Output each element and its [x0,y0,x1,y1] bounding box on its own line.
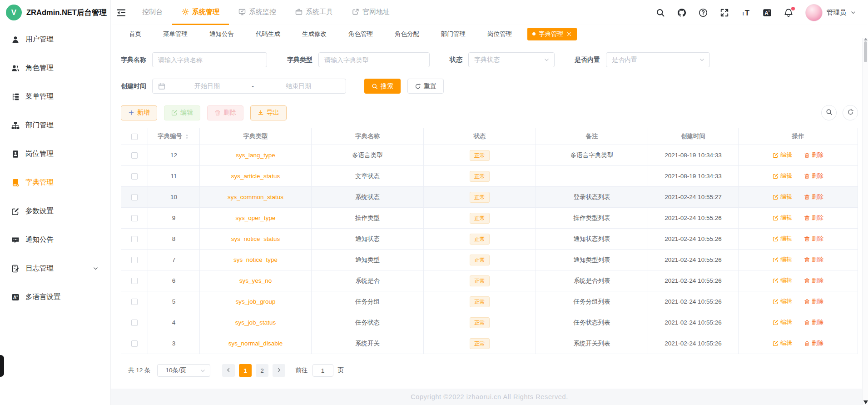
row-delete-button[interactable]: 删除 [804,255,823,264]
row-edit-button[interactable]: 编辑 [773,214,792,222]
prev-page-button[interactable] [222,364,235,377]
close-icon[interactable] [566,31,572,37]
font-size-icon[interactable]: TT [741,8,750,17]
vertical-scrollbar[interactable] [862,38,868,405]
search-button[interactable]: 搜索 [364,79,401,94]
page-number-button[interactable]: 2 [256,364,268,377]
sidebar-item[interactable]: 日志管理 [0,254,110,283]
builtin-select[interactable]: 是否内置 [606,52,710,67]
help-icon[interactable] [699,8,708,17]
row-delete-button[interactable]: 删除 [804,276,823,285]
row-edit-button[interactable]: 编辑 [773,276,792,285]
row-delete-button[interactable]: 删除 [804,339,823,347]
row-edit-button[interactable]: 编辑 [773,235,792,243]
dict-type-input[interactable] [318,52,430,67]
tab[interactable]: 代码生成 [245,28,291,40]
row-checkbox[interactable] [131,236,138,242]
tab[interactable]: 角色管理 [337,28,384,40]
row-edit-button[interactable]: 编辑 [773,172,792,180]
row-delete-button[interactable]: 删除 [804,297,823,305]
topnav-item[interactable]: 系统工具 [286,0,342,25]
row-edit-button[interactable]: 编辑 [773,193,792,201]
fullscreen-icon[interactable] [720,8,729,17]
sort-icon[interactable] [184,134,190,140]
row-edit-button[interactable]: 编辑 [773,151,792,159]
tab[interactable]: 部门管理 [430,28,476,40]
edit-button[interactable]: 编辑 [164,105,200,120]
dict-type-link[interactable]: sys_job_group [236,298,276,305]
row-edit-button[interactable]: 编辑 [773,318,792,326]
sidebar-item[interactable]: 岗位管理 [0,140,110,168]
dict-name-input[interactable] [152,52,267,67]
export-button[interactable]: 导出 [250,105,287,120]
row-checkbox[interactable] [131,152,138,159]
next-page-button[interactable] [273,364,285,377]
dict-type-link[interactable]: sys_common_status [228,194,283,200]
tab[interactable]: 菜单管理 [152,28,198,40]
sidebar-item[interactable]: Ax 多语言设置 [0,283,110,311]
page-number-button[interactable]: 1 [239,364,252,377]
sidebar-item[interactable]: 通知公告 [0,225,110,254]
row-checkbox[interactable] [131,320,138,326]
row-delete-button[interactable]: 删除 [804,214,823,222]
row-delete-button[interactable]: 删除 [804,318,823,326]
row-delete-button[interactable]: 删除 [804,172,823,180]
row-checkbox[interactable] [131,340,138,347]
row-checkbox[interactable] [131,257,138,263]
tab[interactable]: 通知公告 [198,28,245,40]
sidebar-item[interactable]: 用户管理 [0,25,110,54]
page-size-select[interactable]: 10条/页 [157,364,210,377]
topnav-item[interactable]: 官网地址 [342,0,399,25]
scrollbar-thumb[interactable] [864,41,867,62]
sidebar-item[interactable]: 字典管理 [0,168,110,197]
sidebar-drag-handle[interactable] [0,355,4,377]
row-delete-button[interactable]: 删除 [804,235,823,243]
scroll-down-arrow[interactable] [863,400,868,404]
row-checkbox[interactable] [131,215,138,221]
row-delete-button[interactable]: 删除 [804,151,823,159]
dict-type-link[interactable]: sys_yes_no [239,277,272,284]
language-icon[interactable]: Ax [763,8,772,17]
tab[interactable]: 生成修改 [291,28,337,40]
github-icon[interactable] [677,8,686,17]
add-button[interactable]: 新增 [121,105,157,120]
app-logo[interactable]: V ZRAdmin.NET后台管理 [0,0,110,25]
sidebar-item[interactable]: 部门管理 [0,111,110,140]
tab[interactable]: 字典管理 [527,28,577,40]
row-edit-button[interactable]: 编辑 [773,297,792,305]
dict-type-link[interactable]: sys_notice_status [231,235,280,242]
collapse-sidebar-button[interactable] [116,8,126,18]
row-edit-button[interactable]: 编辑 [773,255,792,264]
search-icon[interactable] [656,8,665,17]
date-range-picker[interactable]: 开始日期 - 结束日期 [152,79,346,94]
user-menu[interactable]: 管理员 [805,4,857,21]
row-checkbox[interactable] [131,194,138,200]
notification-bell[interactable] [784,8,793,17]
dict-type-link[interactable]: sys_article_status [231,173,280,180]
topnav-item[interactable]: 控制台 [133,0,172,25]
topnav-item[interactable]: 系统监控 [229,0,286,25]
row-checkbox[interactable] [131,173,138,180]
delete-button[interactable]: 删除 [207,105,243,120]
tab[interactable]: 首页 [118,28,152,40]
row-delete-button[interactable]: 删除 [804,193,823,201]
sidebar-item[interactable]: 菜单管理 [0,82,110,111]
topnav-item[interactable]: 系统管理 [172,0,229,25]
dict-type-link[interactable]: sys_job_status [235,319,276,326]
tab[interactable]: 角色分配 [384,28,430,40]
goto-page-input[interactable] [312,364,333,377]
tab[interactable]: 岗位管理 [476,28,523,40]
sidebar-item[interactable]: 参数设置 [0,197,110,225]
status-select[interactable]: 字典状态 [468,52,555,67]
refresh-table-button[interactable] [843,105,858,120]
row-edit-button[interactable]: 编辑 [773,339,792,347]
scroll-up-arrow[interactable] [864,38,868,40]
show-search-toggle-button[interactable] [821,105,837,120]
select-all-checkbox[interactable] [131,134,138,140]
dict-type-link[interactable]: sys_normal_disable [228,340,283,347]
row-checkbox[interactable] [131,299,138,305]
row-checkbox[interactable] [131,278,138,284]
dict-type-link[interactable]: sys_oper_type [236,215,276,221]
sidebar-item[interactable]: 角色管理 [0,54,110,82]
reset-button[interactable]: 重置 [407,79,444,94]
